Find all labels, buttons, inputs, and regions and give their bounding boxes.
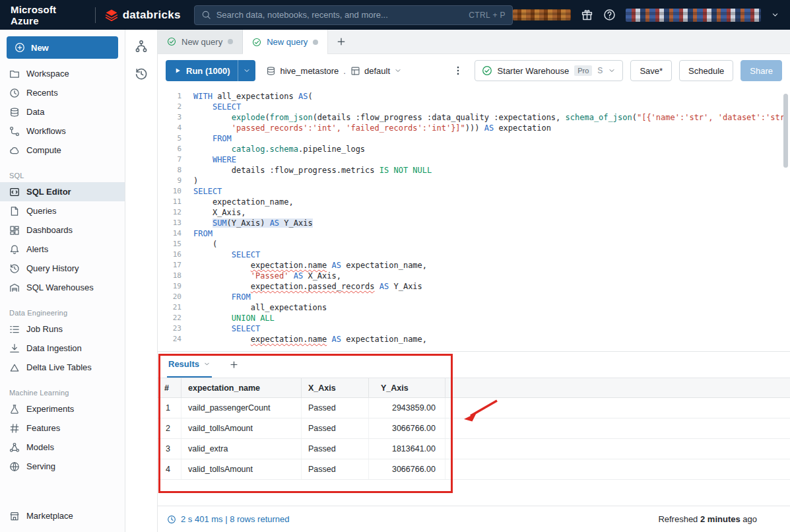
search-placeholder: Search data, notebooks, recents, and mor…	[216, 10, 464, 20]
sql-editor[interactable]: 1WITH all_expectations AS(2 SELECT3 expl…	[158, 87, 790, 351]
sidebar-item-sql-editor[interactable]: SQL Editor	[0, 182, 125, 201]
code-line-22[interactable]: 22 UNION ALL	[158, 313, 790, 323]
code-line-1[interactable]: 1WITH all_expectations AS(	[158, 91, 790, 102]
table-row[interactable]: 1vaild_passengerCountPassed2943859.00	[158, 398, 790, 418]
code-line-18[interactable]: 18 'Passed' AS X_Axis,	[158, 271, 790, 281]
code-line-5[interactable]: 5 FROM	[158, 133, 790, 144]
dlt-icon	[9, 362, 20, 373]
sidebar-item-compute[interactable]: Compute	[0, 141, 125, 160]
code-line-16[interactable]: 16 SELECT	[158, 249, 790, 260]
sidebar-item-label: Recents	[26, 88, 58, 98]
sidebar-item-sql-warehouses[interactable]: SQL Warehouses	[0, 278, 125, 297]
sidebar-item-label: Data	[26, 107, 44, 117]
results-panel: Results #expectation_nameX_AxisY_Axis 1v…	[158, 351, 790, 506]
sidebar-item-data[interactable]: Data	[0, 102, 125, 121]
code-text: FROM	[181, 133, 232, 144]
sidebar-item-dashboards[interactable]: Dashboards	[0, 220, 125, 240]
execution-stats[interactable]: 2 s 401 ms | 8 rows returned	[167, 514, 290, 524]
sidebar-item-models[interactable]: Models	[0, 438, 125, 457]
catalog-schema-selector[interactable]: hive_metastore . default	[266, 66, 402, 76]
help-icon[interactable]	[603, 9, 616, 21]
sidebar: New WorkspaceRecentsDataWorkflowsCompute…	[0, 30, 125, 532]
query-history-icon	[9, 263, 20, 274]
code-line-20[interactable]: 20 FROM	[158, 292, 790, 302]
run-button-label: Run (1000)	[186, 66, 230, 76]
sidebar-item-workflows[interactable]: Workflows	[0, 121, 125, 141]
code-line-11[interactable]: 11 expectation_name,	[158, 197, 790, 207]
table-row[interactable]: 3valid_extraPassed1813641.00	[158, 439, 790, 459]
sidebar-item-job-runs[interactable]: Job Runs	[0, 319, 125, 339]
databricks-logo-icon	[105, 9, 118, 22]
column-header-y-axis[interactable]: Y_Axis	[369, 378, 445, 397]
databricks-logo[interactable]: databricks	[105, 9, 181, 22]
column-header-x-axis[interactable]: X_Axis	[302, 378, 369, 397]
code-line-9[interactable]: 9)	[158, 176, 790, 186]
editor-scrollbar-thumb[interactable]	[783, 94, 788, 168]
code-line-4[interactable]: 4 'passed_records':'int', 'failed_record…	[158, 123, 790, 133]
sidebar-item-features[interactable]: Features	[0, 418, 125, 438]
line-number: 20	[158, 292, 181, 302]
schedule-button[interactable]: Schedule	[679, 60, 733, 81]
sidebar-item-recents[interactable]: Recents	[0, 83, 125, 102]
warehouse-selector[interactable]: Starter Warehouse Pro S	[475, 60, 624, 81]
table-row[interactable]: 4valid_tollsAmountPassed3066766.00	[158, 459, 790, 480]
line-number: 7	[158, 154, 181, 165]
line-number: 6	[158, 144, 181, 154]
share-button[interactable]: Share	[741, 60, 782, 81]
y-axis-cell: 2943859.00	[369, 398, 445, 418]
code-line-6[interactable]: 6 catalog.schema.pipeline_logs	[158, 144, 790, 154]
kebab-menu-icon[interactable]	[453, 65, 463, 76]
main-area: New WorkspaceRecentsDataWorkflowsCompute…	[0, 30, 790, 532]
code-line-2[interactable]: 2 SELECT	[158, 102, 790, 112]
global-search-input[interactable]: Search data, notebooks, recents, and mor…	[194, 5, 513, 25]
run-button[interactable]: Run (1000)	[166, 60, 255, 81]
chevron-down-icon[interactable]	[771, 11, 779, 19]
gift-icon[interactable]	[581, 9, 593, 21]
sidebar-item-workspace[interactable]: Workspace	[0, 64, 125, 83]
code-line-15[interactable]: 15 (	[158, 239, 790, 249]
code-line-19[interactable]: 19 expectation.passed_records AS Y_Axis	[158, 281, 790, 292]
run-button-main[interactable]: Run (1000)	[166, 60, 238, 81]
code-line-3[interactable]: 3 explode(from_json(details :flow_progre…	[158, 112, 790, 123]
code-line-23[interactable]: 23 SELECT	[158, 323, 790, 334]
code-line-8[interactable]: 8 details :flow_progress.metrics IS NOT …	[158, 165, 790, 176]
redacted-account-info[interactable]	[626, 9, 761, 22]
code-line-17[interactable]: 17 expectation.name AS expectation_name,	[158, 260, 790, 271]
code-line-10[interactable]: 10SELECT	[158, 186, 790, 197]
code-line-13[interactable]: 13 SUM(Y_Axis) AS Y_Axis	[158, 218, 790, 228]
azure-logo-text[interactable]: Microsoft Azure	[11, 4, 86, 26]
add-result-tab-icon[interactable]	[229, 360, 239, 370]
sidebar-item-serving[interactable]: Serving	[0, 457, 125, 476]
results-tab[interactable]: Results	[167, 352, 212, 378]
history-icon[interactable]	[135, 67, 148, 81]
sidebar-item-label: Serving	[26, 461, 55, 471]
save-button[interactable]: Save*	[630, 60, 672, 81]
sidebar-item-label: Compute	[26, 145, 61, 155]
sidebar-item-query-history[interactable]: Query History	[0, 259, 125, 278]
sidebar-item-experiments[interactable]: Experiments	[0, 399, 125, 418]
schema-browser-icon[interactable]	[135, 40, 148, 53]
code-line-21[interactable]: 21 all_expectations	[158, 302, 790, 313]
sidebar-item-alerts[interactable]: Alerts	[0, 240, 125, 259]
warehouse-tier-badge: Pro	[574, 65, 592, 76]
column-header-expectation-name[interactable]: expectation_name	[181, 378, 302, 397]
code-text: UNION ALL	[181, 313, 275, 323]
sidebar-item-marketplace[interactable]: Marketplace	[0, 506, 125, 525]
table-row[interactable]: 2vaild_tollsAmountPassed3066766.00	[158, 418, 790, 439]
code-text: expectation_name,	[181, 197, 294, 207]
sidebar-item-data-ingestion[interactable]: Data Ingestion	[0, 339, 125, 358]
column-header-[interactable]: #	[158, 378, 181, 397]
code-line-14[interactable]: 14FROM	[158, 228, 790, 239]
code-line-7[interactable]: 7 WHERE	[158, 154, 790, 165]
plus-icon[interactable]	[336, 36, 346, 47]
tab-new-query-2[interactable]: New query	[243, 30, 328, 54]
new-button[interactable]: New	[7, 36, 118, 59]
code-line-12[interactable]: 12 X_Axis,	[158, 207, 790, 218]
sidebar-item-queries[interactable]: Queries	[0, 201, 125, 220]
run-options-button[interactable]	[238, 60, 255, 81]
sidebar-item-label: Features	[26, 423, 60, 433]
line-number: 21	[158, 302, 181, 313]
sidebar-item-delta-live-tables[interactable]: Delta Live Tables	[0, 358, 125, 377]
tab-new-query-1[interactable]: New query	[158, 30, 243, 53]
code-line-24[interactable]: 24 expectation.name AS expectation_name,	[158, 334, 790, 345]
